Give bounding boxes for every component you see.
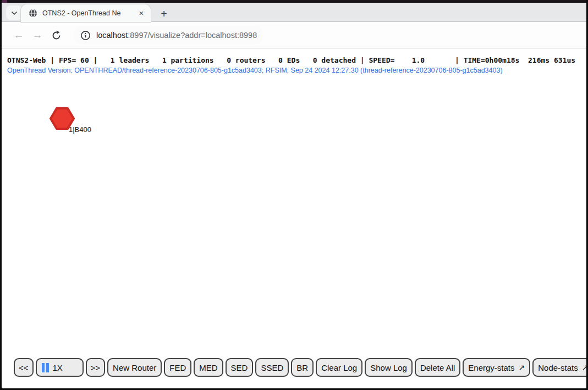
br-button[interactable]: BR [291, 358, 314, 377]
speed-down-button[interactable]: << [14, 358, 34, 377]
forward-icon[interactable]: → [28, 27, 47, 43]
window-corner-accent [2, 0, 7, 3]
fed-button[interactable]: FED [164, 358, 191, 377]
show-log-button[interactable]: Show Log [365, 358, 413, 377]
node-stats-label: Node-stats [538, 363, 578, 372]
energy-stats-button[interactable]: Energy-stats ↗ [463, 358, 530, 377]
address-bar[interactable]: localhost:8997/visualize?addr=localhost:… [73, 26, 263, 45]
new-router-button[interactable]: New Router [107, 358, 162, 377]
pause-icon [42, 363, 49, 372]
clear-log-button[interactable]: Clear Log [316, 358, 362, 377]
new-tab-button[interactable]: + [157, 7, 171, 21]
sed-button[interactable]: SED [226, 358, 254, 377]
med-button[interactable]: MED [194, 358, 223, 377]
speed-up-button[interactable]: >> [86, 358, 106, 377]
globe-favicon-icon [29, 9, 37, 18]
control-bar: << 1X >> New Router FED MED SED SSED BR … [14, 358, 588, 377]
tab-close-icon[interactable]: × [136, 8, 146, 18]
external-link-icon: ↗ [519, 363, 525, 372]
simulation-canvas[interactable]: OTNS2-Web | FPS= 60 | 1 leaders 1 partit… [2, 49, 586, 387]
tab-title: OTNS2 - OpenThread Ne [42, 9, 136, 18]
window-top-frame [2, 0, 586, 3]
chevron-down-icon [11, 9, 18, 17]
tab-search-button[interactable] [6, 6, 22, 20]
browser-window: OTNS2 - OpenThread Ne × + ← → lo [0, 0, 588, 390]
delete-all-button[interactable]: Delete All [415, 358, 460, 377]
node-label: 1|B400 [69, 125, 91, 134]
openthread-version-line: OpenThread Version: OPENTHREAD/thread-re… [7, 67, 503, 74]
info-icon[interactable] [80, 30, 91, 41]
ssed-button[interactable]: SSED [255, 358, 289, 377]
external-link-icon: ↗ [582, 363, 588, 372]
back-icon[interactable]: ← [9, 27, 28, 43]
tab-strip: OTNS2 - OpenThread Ne × + [2, 3, 586, 22]
pause-speed-button[interactable]: 1X [36, 358, 84, 377]
status-line: OTNS2-Web | FPS= 60 | 1 leaders 1 partit… [7, 56, 575, 64]
energy-stats-label: Energy-stats [468, 363, 514, 372]
browser-toolbar: ← → localhost:8997/visualize?addr=localh… [2, 23, 586, 48]
browser-tab[interactable]: OTNS2 - OpenThread Ne × [21, 4, 151, 22]
url-text: localhost:8997/visualize?addr=localhost:… [96, 31, 257, 40]
speed-label: 1X [53, 363, 63, 372]
reload-icon[interactable] [47, 27, 65, 43]
tab-title-fade [122, 9, 136, 18]
node-stats-button[interactable]: Node-stats ↗ [532, 358, 588, 377]
